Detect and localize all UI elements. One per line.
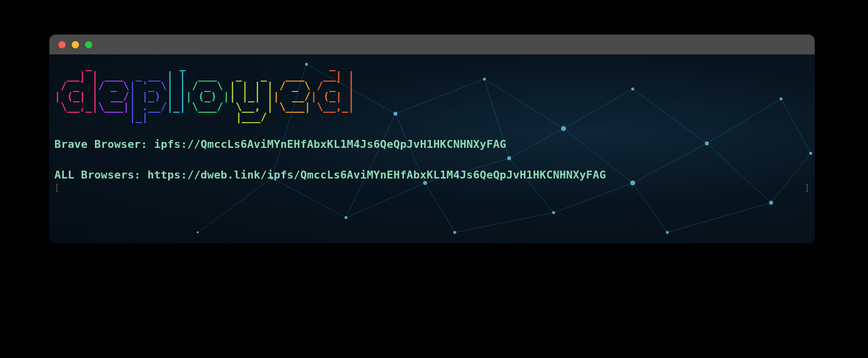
close-icon[interactable] — [58, 41, 66, 48]
svg-point-37 — [666, 231, 669, 234]
brave-label: Brave Browser: — [54, 138, 154, 150]
minimize-icon[interactable] — [72, 41, 79, 48]
prompt-bracket-right: ] — [804, 182, 810, 193]
zoom-icon[interactable] — [85, 41, 92, 48]
brave-url: ipfs://QmccLs6AviMYnEHfAbxKL1M4Js6QeQpJv… — [154, 138, 507, 150]
svg-line-14 — [667, 203, 771, 232]
prompt-row: [ ] — [51, 181, 813, 193]
svg-point-40 — [345, 216, 347, 219]
all-browsers-label: ALL Browsers: — [54, 169, 147, 181]
svg-line-25 — [455, 213, 554, 232]
svg-point-35 — [552, 211, 555, 214]
output-line-all-browsers: ALL Browsers: https://dweb.link/ipfs/Qmc… — [51, 168, 813, 182]
svg-point-42 — [197, 231, 199, 233]
prompt-bracket-left: [ — [54, 182, 60, 193]
ascii-art-deployed: _ _ _ __| | ___ _ __ | | ___ _ _ ___ __|… — [54, 60, 813, 123]
output-line-brave: Brave Browser: ipfs://QmccLs6AviMYnEHfAb… — [51, 137, 813, 151]
terminal-window: _ _ _ __| | ___ _ __ | | ___ _ _ ___ __|… — [49, 35, 815, 243]
terminal-body[interactable]: _ _ _ __| | ___ _ __ | | ___ _ _ ___ __|… — [49, 54, 815, 243]
all-browsers-url: https://dweb.link/ipfs/QmccLs6AviMYnEHfA… — [147, 169, 606, 181]
window-titlebar[interactable] — [49, 35, 815, 54]
svg-point-38 — [769, 201, 773, 205]
svg-point-43 — [453, 231, 456, 234]
